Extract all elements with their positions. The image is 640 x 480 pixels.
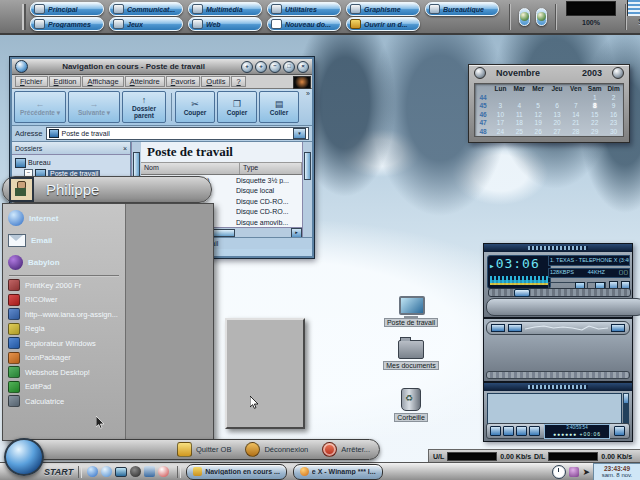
toolbar-suivante-button[interactable]: →Suivante ▾ — [68, 91, 120, 123]
menu-favoris[interactable]: Favoris — [166, 76, 201, 87]
calendar-day[interactable]: 15 — [585, 111, 604, 120]
quicklaunch-opera-icon[interactable] — [158, 466, 169, 477]
scroll-right-button[interactable]: ▸ — [291, 228, 302, 238]
window-button[interactable]: + — [255, 61, 267, 73]
playlist-sel-button[interactable] — [516, 426, 527, 436]
calendar-day[interactable]: 4 — [510, 102, 529, 111]
startmenu-item-printkey-2000-fr[interactable]: PrintKey 2000 Fr — [3, 278, 125, 293]
toolbar-couper-button[interactable]: ✂Couper — [175, 91, 215, 123]
quicklaunch-internet-icon[interactable] — [101, 466, 112, 477]
playlist-scrollbar[interactable] — [623, 393, 629, 426]
toolbar-globe-button-2[interactable] — [536, 8, 547, 26]
startmenu-item-webshots-desktop[interactable]: Webshots Desktop! — [3, 365, 125, 380]
toolbar-pr-c-dente-button[interactable]: ←Précédente ▾ — [14, 91, 66, 123]
quit-ob-button[interactable]: Quitter OB — [177, 442, 231, 457]
calendar-day[interactable]: 29 — [585, 128, 604, 137]
calendar-day[interactable]: 26 — [529, 128, 548, 137]
calendar-day[interactable]: 1 — [585, 94, 604, 103]
spectrum-analyzer[interactable] — [490, 276, 548, 285]
quicklaunch-media-icon[interactable] — [130, 466, 141, 477]
startmenu-item-editpad[interactable]: EditPad — [3, 380, 125, 395]
close-icon[interactable]: × — [123, 145, 127, 152]
quicklaunch-browser-icon[interactable] — [87, 466, 98, 477]
calendar-day[interactable]: 22 — [585, 119, 604, 128]
eq-presets-button[interactable] — [611, 324, 625, 332]
toolbar-button-nouveau-do[interactable]: Nouveau do... — [267, 17, 341, 31]
clock-panel[interactable]: 23:43:49 sam. 8 nov. — [593, 463, 640, 480]
playlist-list-button[interactable] — [614, 426, 625, 436]
toolbar-button-communicat[interactable]: Communicat... — [109, 2, 183, 16]
menu-fichier[interactable]: Fichier — [15, 76, 48, 87]
tree-item-bureau[interactable]: Bureau — [15, 157, 130, 168]
toolbar-button-graphisme[interactable]: Graphisme — [346, 2, 420, 16]
calendar-day[interactable]: 9 — [604, 102, 623, 111]
start-button[interactable]: START — [44, 467, 73, 477]
calendar-day[interactable]: 28 — [566, 128, 585, 137]
window-button[interactable]: × — [297, 61, 309, 73]
window-button[interactable]: + — [241, 61, 253, 73]
startmenu-item-internet[interactable]: Internet — [3, 207, 125, 229]
desktop-icon-mes-documents[interactable]: Mes documents — [383, 340, 439, 370]
calendar-day[interactable]: 17 — [491, 119, 510, 128]
toolbar-coller-button[interactable]: ▤Coller — [259, 91, 299, 123]
toolbar-dossier-parent-button[interactable]: ↑Dossier parent — [122, 91, 166, 123]
startmenu-item-explorateur-windows[interactable]: Explorateur Windows — [3, 336, 125, 351]
equalizer-titlebar[interactable] — [486, 321, 630, 335]
startmenu-item-regla[interactable]: Regla — [3, 322, 125, 337]
startmenu-item-ricolwer[interactable]: RICOlwer — [3, 293, 125, 308]
toolbar-button-utilitaires[interactable]: Utilitaires — [267, 2, 341, 16]
startmenu-item-http-www-iana-org-assign[interactable]: http--www.iana.org-assign... — [3, 307, 125, 322]
calendar-day[interactable]: 12 — [529, 111, 548, 120]
calendar-day[interactable]: 23 — [604, 119, 623, 128]
track-title-marquee[interactable]: 1. TEXAS - TELEPHONE X (3:40) — [548, 255, 630, 266]
menu-item[interactable]: ? — [231, 76, 245, 87]
mini-transport-buttons[interactable]: ●●●●●● +00:06 — [545, 431, 609, 437]
calendar-day[interactable]: 7 — [566, 102, 585, 111]
window-button[interactable]: □ — [283, 61, 295, 73]
playlist-misc-button[interactable] — [529, 426, 540, 436]
playlist-rem-button[interactable] — [503, 426, 514, 436]
window-button[interactable]: − — [269, 61, 281, 73]
column-header-nom[interactable]: Nom — [141, 163, 240, 174]
playlist-titlebar[interactable] — [484, 383, 632, 391]
eq-auto-button[interactable] — [508, 324, 522, 332]
calendar-day[interactable]: 30 — [604, 128, 623, 137]
eq-on-button[interactable] — [491, 324, 505, 332]
startmenu-item-babylon[interactable]: Babylon — [3, 251, 125, 273]
desktop-icon-corbeille[interactable]: Corbeille — [383, 388, 439, 422]
calendar-titlebar[interactable]: Novembre 2003 — [469, 65, 629, 81]
task-button-explorer[interactable]: Navigation en cours ... — [186, 464, 287, 480]
start-orb[interactable] — [4, 438, 44, 476]
address-dropdown-button[interactable]: ▾ — [293, 128, 306, 139]
menu-atteindre[interactable]: Atteindre — [125, 76, 165, 87]
calendar-day[interactable]: 5 — [529, 102, 548, 111]
calendar-day[interactable]: 14 — [566, 111, 585, 120]
calendar-day[interactable]: 6 — [548, 102, 567, 111]
shutdown-button[interactable]: Arrêter... — [322, 442, 370, 457]
calendar-day[interactable]: 18 — [510, 119, 529, 128]
calendar-day[interactable]: 27 — [548, 128, 567, 137]
toolbar-copier-button[interactable]: ❐Copier — [217, 91, 257, 123]
logoff-button[interactable]: Déconnexion — [245, 442, 308, 457]
calendar-day[interactable]: 10 — [491, 111, 510, 120]
calendar-day[interactable]: 16 — [604, 111, 623, 120]
winamp-titlebar[interactable] — [484, 244, 632, 252]
quicklaunch-mail-icon[interactable] — [144, 466, 155, 477]
scroll-thumb[interactable] — [624, 394, 628, 403]
toolbar-button-programmes[interactable]: Programmes — [30, 17, 104, 31]
desktop-icon-poste-de-travail[interactable]: Poste de travail — [383, 296, 439, 327]
column-header-type[interactable]: Type — [240, 163, 302, 174]
tray-clock-icon[interactable] — [552, 465, 566, 479]
toolbar-button-jeux[interactable]: Jeux — [109, 17, 183, 31]
toolbar-globe-button-1[interactable] — [519, 8, 530, 26]
calendar-day[interactable]: 2 — [604, 94, 623, 103]
toolbar-button-bureautique[interactable]: Bureautique — [425, 2, 499, 16]
seek-bar[interactable] — [488, 288, 631, 297]
calendar-day[interactable]: 21 — [566, 119, 585, 128]
quicklaunch-desktop-icon[interactable] — [115, 467, 127, 477]
calendar-day[interactable]: 19 — [529, 119, 548, 128]
playlist-add-button[interactable] — [490, 426, 501, 436]
toolbar-drag-handle[interactable] — [22, 4, 26, 30]
calendar-day[interactable]: 20 — [548, 119, 567, 128]
toolbar-button-principal[interactable]: Principal — [30, 2, 104, 16]
